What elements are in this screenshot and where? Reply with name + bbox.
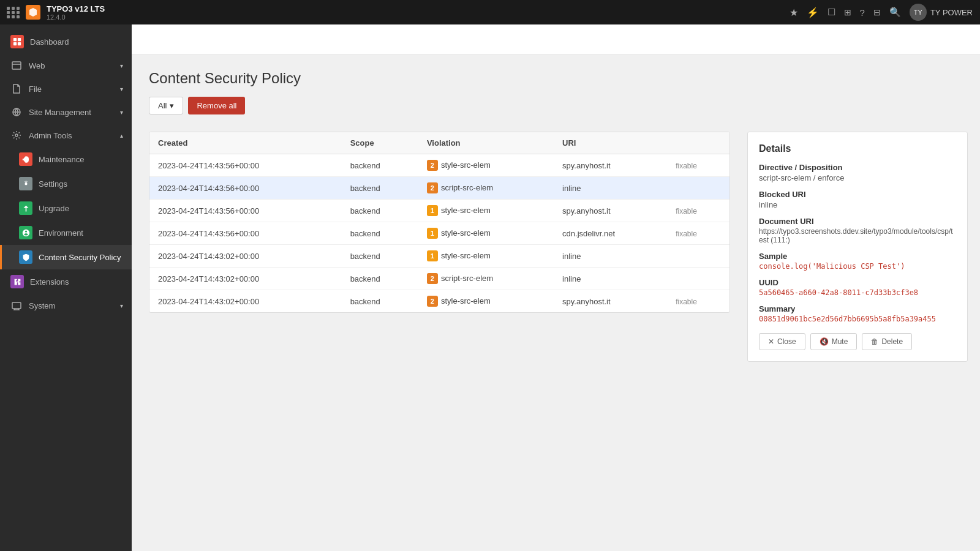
violation-badge: 1 [427, 228, 438, 239]
bookmark-icon[interactable]: ★ [790, 7, 798, 18]
close-button[interactable]: ✕ Close [759, 333, 805, 350]
sidebar-item-web[interactable]: Web ▾ [0, 54, 132, 77]
environment-icon [19, 226, 32, 239]
filter-all-button[interactable]: All ▾ [149, 97, 183, 114]
columns-icon[interactable]: ⊞ [844, 7, 851, 17]
sidebar-item-settings[interactable]: Settings [0, 171, 132, 196]
col-header-violation: Violation [418, 132, 554, 154]
sample-section: Sample console.log('Malicious CSP Test') [759, 252, 956, 271]
cell-uri: spy.anyhost.it [554, 200, 667, 222]
settings-icon [19, 177, 32, 190]
table-row[interactable]: 2023-04-24T14:43:56+00:00 backend 2style… [149, 154, 729, 177]
cell-violation: 1style-src-elem [418, 200, 554, 222]
sidebar-item-environment[interactable]: Environment [0, 220, 132, 245]
details-title: Details [759, 143, 956, 154]
svg-rect-0 [13, 38, 17, 41]
cell-violation: 1style-src-elem [418, 245, 554, 268]
cell-uri: cdn.jsdelivr.net [554, 222, 667, 245]
topbar: TYPO3 v12 LTS 12.4.0 ★ ⚡ ☐ ⊞ ? ⊟ 🔍 TY TY… [0, 0, 980, 24]
filter-label: All [158, 101, 167, 110]
delete-icon: 🗑 [871, 337, 878, 346]
help-icon[interactable]: ? [860, 7, 865, 18]
sidebar-item-system[interactable]: System ▾ [0, 294, 132, 317]
col-header-scope: Scope [342, 132, 418, 154]
cell-scope: backend [342, 222, 418, 245]
lightning-icon[interactable]: ⚡ [807, 7, 819, 18]
search-icon[interactable]: 🔍 [889, 7, 901, 18]
sidebar-item-maintenance[interactable]: Maintenance [0, 147, 132, 171]
cell-violation: 1style-src-elem [418, 222, 554, 245]
topbar-left: TYPO3 v12 LTS 12.4.0 [7, 4, 105, 21]
dropdown-arrow-icon: ▾ [170, 101, 174, 110]
username: TY POWER [930, 8, 973, 17]
maintenance-icon [19, 152, 32, 166]
cell-uri: inline [554, 177, 667, 200]
violation-badge: 1 [427, 205, 438, 216]
sidebar-label-csp: Content Security Policy [39, 253, 121, 262]
mute-button[interactable]: 🔇 Mute [810, 333, 858, 350]
cell-uri: inline [554, 268, 667, 290]
table-row[interactable]: 2023-04-24T14:43:56+00:00 backend 1style… [149, 222, 729, 245]
document-uri-value: https://typo3.screenshots.ddev.site/typo… [759, 227, 956, 244]
cell-scope: backend [342, 268, 418, 290]
cell-status: fixable [667, 154, 729, 177]
col-header-uri: URI [554, 132, 667, 154]
table-icon[interactable]: ⊟ [873, 7, 881, 17]
app-switcher-button[interactable] [7, 6, 20, 18]
sidebar-label-file: File [29, 84, 42, 94]
blocked-uri-section: Blocked URI inline [759, 190, 956, 209]
cell-scope: backend [342, 177, 418, 200]
sidebar-item-extensions[interactable]: Extensions [0, 269, 132, 294]
cell-status: fixable [667, 200, 729, 222]
app-version: 12.4.0 [47, 13, 105, 21]
document-uri-label: Document URI [759, 217, 956, 226]
cell-status [667, 177, 729, 200]
page-header: Content Security Policy All ▾ Remove all [132, 55, 980, 132]
delete-button[interactable]: 🗑 Delete [862, 333, 912, 350]
cell-created: 2023-04-24T14:43:02+00:00 [149, 290, 342, 313]
cell-status [667, 245, 729, 268]
user-menu[interactable]: TY TY POWER [910, 4, 973, 21]
document-icon[interactable]: ☐ [827, 7, 835, 18]
sitemgmt-icon [10, 106, 23, 118]
sidebar-label-web: Web [29, 61, 45, 70]
close-icon: ✕ [768, 337, 774, 346]
sidebar-item-file[interactable]: File ▾ [0, 77, 132, 100]
chevron-down-icon: ▾ [120, 86, 123, 92]
sidebar-item-site-management[interactable]: Site Management ▾ [0, 100, 132, 124]
violation-badge: 2 [427, 296, 438, 307]
csp-table-container: Created Scope Violation URI 2023-04-24T1… [149, 132, 730, 313]
cell-created: 2023-04-24T14:43:56+00:00 [149, 222, 342, 245]
col-header-created: Created [149, 132, 342, 154]
close-label: Close [777, 337, 796, 346]
uuid-section: UUID 5a560465-a660-42a8-8011-c7d33b3cf3e… [759, 278, 956, 297]
sidebar-label-upgrade: Upgrade [39, 204, 69, 213]
table-row[interactable]: 2023-04-24T14:43:02+00:00 backend 1style… [149, 245, 729, 268]
csp-icon [19, 250, 32, 264]
sidebar-item-dashboard[interactable]: Dashboard [0, 29, 132, 54]
svg-rect-4 [12, 62, 21, 69]
directive-label: Directive / Disposition [759, 163, 956, 172]
mute-label: Mute [832, 337, 848, 346]
sidebar-item-content-security-policy[interactable]: Content Security Policy [0, 245, 132, 269]
delete-label: Delete [881, 337, 903, 346]
sidebar-item-admin-tools[interactable]: Admin Tools ▴ [0, 124, 132, 147]
page-body: Created Scope Violation URI 2023-04-24T1… [132, 132, 980, 386]
table-row[interactable]: 2023-04-24T14:43:02+00:00 backend 2style… [149, 290, 729, 313]
violation-badge: 1 [427, 250, 438, 261]
cell-created: 2023-04-24T14:43:56+00:00 [149, 200, 342, 222]
sidebar-item-upgrade[interactable]: Upgrade [0, 196, 132, 220]
summary-section: Summary 00851d9061bc5e2d56d7bb6695b5a8fb… [759, 304, 956, 323]
cell-scope: backend [342, 154, 418, 177]
sidebar-label-system: System [29, 301, 55, 310]
remove-all-button[interactable]: Remove all [188, 97, 245, 114]
chevron-down-icon: ▾ [120, 62, 123, 69]
svg-rect-9 [12, 302, 21, 309]
table-row[interactable]: 2023-04-24T14:43:56+00:00 backend 2scrip… [149, 177, 729, 200]
cell-created: 2023-04-24T14:43:02+00:00 [149, 268, 342, 290]
uuid-value: 5a560465-a660-42a8-8011-c7d33b3cf3e8 [759, 288, 956, 297]
table-row[interactable]: 2023-04-24T14:43:02+00:00 backend 2scrip… [149, 268, 729, 290]
violation-badge: 2 [427, 273, 438, 284]
table-row[interactable]: 2023-04-24T14:43:56+00:00 backend 1style… [149, 200, 729, 222]
cell-created: 2023-04-24T14:43:02+00:00 [149, 245, 342, 268]
